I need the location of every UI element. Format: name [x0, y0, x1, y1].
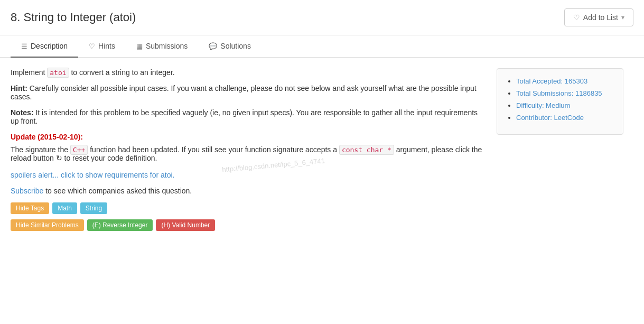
tab-description[interactable]: ☰ Description	[11, 35, 78, 58]
hints-icon: ♡	[89, 42, 95, 50]
tag-math: Math	[52, 202, 77, 214]
update-text-2: function had been updated. If you still …	[88, 145, 339, 154]
update-section: Update (2015-02-10): The signature the C…	[11, 133, 486, 162]
tab-hints[interactable]: ♡ Hints	[78, 35, 126, 58]
stat-contributor: Contributor: LeetCode	[516, 114, 614, 122]
difficulty-link[interactable]: Difficulty: Medium	[516, 101, 570, 109]
subscribe-text: to see which companies asked this questi…	[45, 187, 192, 195]
atoi-code: atoi	[47, 68, 69, 78]
hint-paragraph: Hint: Carefully consider all possible in…	[11, 84, 486, 101]
const-char-code: const char *	[339, 145, 394, 155]
reload-icon: ↻	[56, 154, 62, 162]
tab-description-label: Description	[31, 42, 68, 50]
tag-string: String	[80, 202, 107, 214]
update-heading: Update (2015-02-10):	[11, 133, 486, 141]
hide-tags-button[interactable]: Hide Tags	[11, 202, 49, 214]
intro-section: Implement atoi to convert a string to an…	[11, 68, 486, 77]
tags-row: Hide Tags Math String	[11, 202, 486, 214]
add-to-list-label: Add to List	[583, 13, 618, 22]
notes-paragraph: Notes: It is intended for this problem t…	[11, 108, 486, 125]
tab-solutions[interactable]: 💬 Solutions	[198, 35, 262, 58]
intro-paragraph: Implement atoi to convert a string to an…	[11, 68, 486, 77]
notes-label: Notes:	[11, 108, 34, 117]
update-text-4: to reset your code definition.	[62, 154, 157, 162]
sidebar: Total Accepted: 165303 Total Submissions…	[497, 68, 623, 231]
tab-submissions-label: Submissions	[146, 42, 188, 50]
total-submissions-link[interactable]: Total Submissions: 1186835	[516, 89, 602, 97]
page-header: 8. String to Integer (atoi) ♡ Add to Lis…	[0, 0, 644, 35]
tab-solutions-label: Solutions	[220, 42, 251, 50]
total-accepted-link[interactable]: Total Accepted: 165303	[516, 77, 587, 85]
notes-text: It is intended for this problem to be sp…	[11, 108, 478, 125]
page-title: 8. String to Integer (atoi)	[11, 11, 136, 24]
tab-submissions[interactable]: ▦ Submissions	[126, 35, 198, 58]
hint-text: Carefully consider all possible input ca…	[11, 84, 477, 101]
subscribe-section: Subscribe to see which companies asked t…	[11, 187, 486, 195]
content-area: Implement atoi to convert a string to an…	[0, 58, 644, 242]
update-text-1: The signature the	[11, 145, 70, 154]
notes-section: Notes: It is intended for this problem t…	[11, 108, 486, 125]
stats-list: Total Accepted: 165303 Total Submissions…	[506, 77, 614, 122]
tab-hints-label: Hints	[98, 42, 115, 50]
spoilers-section: spoilers alert... click to show requirem…	[11, 171, 486, 179]
main-content: Implement atoi to convert a string to an…	[11, 68, 486, 231]
hide-similar-button[interactable]: Hide Similar Problems	[11, 219, 84, 231]
solutions-icon: 💬	[209, 42, 217, 50]
chevron-down-icon: ▾	[621, 14, 624, 21]
subscribe-link[interactable]: Subscribe	[11, 187, 43, 195]
hint-label: Hint:	[11, 84, 27, 92]
intro-text: Implement	[11, 68, 47, 77]
contributor-link[interactable]: Contributor: LeetCode	[516, 114, 584, 122]
tab-bar: ☰ Description ♡ Hints ▦ Submissions 💬 So…	[0, 35, 644, 58]
update-paragraph: The signature the C++ function had been …	[11, 145, 486, 162]
intro-text-2: to convert a string to an integer.	[69, 68, 175, 77]
description-icon: ☰	[21, 42, 27, 50]
stat-difficulty: Difficulty: Medium	[516, 101, 614, 109]
submissions-icon: ▦	[136, 42, 143, 50]
add-to-list-button[interactable]: ♡ Add to List ▾	[564, 8, 633, 26]
heart-icon: ♡	[573, 13, 580, 22]
spoilers-link[interactable]: spoilers alert... click to show requirem…	[11, 171, 486, 179]
similar-problems-row: Hide Similar Problems (E) Reverse Intege…	[11, 219, 486, 231]
stats-box: Total Accepted: 165303 Total Submissions…	[497, 68, 623, 135]
similar-problem-valid-number[interactable]: (H) Valid Number	[156, 219, 215, 231]
hint-section: Hint: Carefully consider all possible in…	[11, 84, 486, 101]
similar-problem-reverse-integer[interactable]: (E) Reverse Integer	[87, 219, 153, 231]
stat-total-accepted: Total Accepted: 165303	[516, 77, 614, 85]
stat-total-submissions: Total Submissions: 1186835	[516, 89, 614, 97]
